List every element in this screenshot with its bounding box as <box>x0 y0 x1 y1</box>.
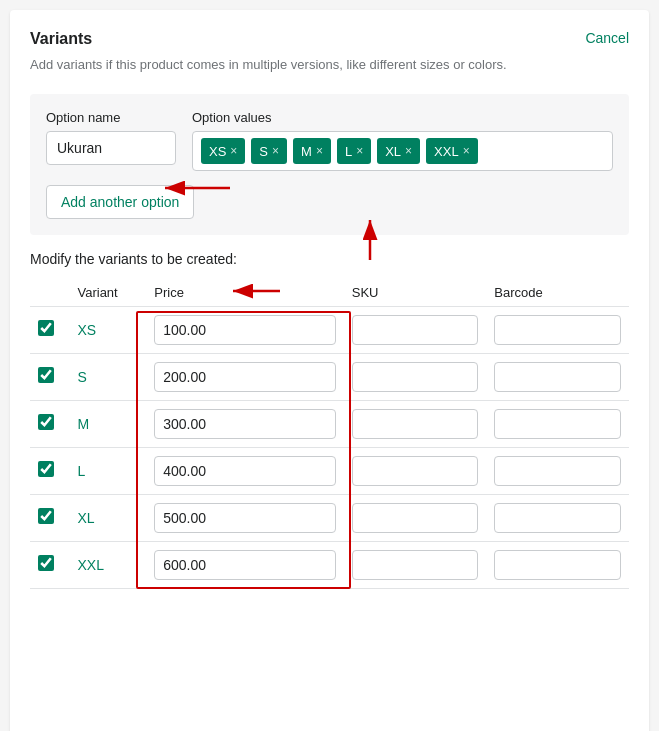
variants-section: Modify the variants to be created: Varia… <box>30 251 629 589</box>
tag-label-l: L <box>345 144 352 159</box>
row-variant-cell-3: L <box>69 448 146 495</box>
option-row: Option name Option values XS ×S ×M ×L ×X… <box>46 110 613 171</box>
add-another-option-button[interactable]: Add another option <box>46 185 194 219</box>
row-variant-name-5: XXL <box>77 557 103 573</box>
row-sku-cell-3 <box>344 448 487 495</box>
tag-remove-xs[interactable]: × <box>230 145 237 157</box>
tag-m[interactable]: M × <box>293 138 331 164</box>
row-barcode-input-1[interactable] <box>494 362 621 392</box>
tag-remove-xxl[interactable]: × <box>463 145 470 157</box>
row-check-cell-2 <box>30 401 69 448</box>
row-price-input-4[interactable] <box>154 503 335 533</box>
row-price-input-3[interactable] <box>154 456 335 486</box>
row-price-cell-5 <box>146 542 343 589</box>
panel-title: Variants <box>30 30 92 48</box>
row-price-cell-2 <box>146 401 343 448</box>
row-check-cell-0 <box>30 307 69 354</box>
row-sku-cell-2 <box>344 401 487 448</box>
row-sku-input-1[interactable] <box>352 362 479 392</box>
row-variant-name-3: L <box>77 463 85 479</box>
row-barcode-cell-4 <box>486 495 629 542</box>
option-name-col: Option name <box>46 110 176 165</box>
col-header-barcode: Barcode <box>486 279 629 307</box>
tag-label-s: S <box>259 144 268 159</box>
tag-label-xl: XL <box>385 144 401 159</box>
row-checkbox-5[interactable] <box>38 555 54 571</box>
tag-remove-m[interactable]: × <box>316 145 323 157</box>
option-form-section: Option name Option values XS ×S ×M ×L ×X… <box>30 94 629 235</box>
row-variant-name-4: XL <box>77 510 94 526</box>
option-values-col: Option values XS ×S ×M ×L ×XL ×XXL × <box>192 110 613 171</box>
row-checkbox-0[interactable] <box>38 320 54 336</box>
col-header-price: Price <box>146 279 343 307</box>
row-price-cell-0 <box>146 307 343 354</box>
tag-l[interactable]: L × <box>337 138 371 164</box>
row-price-input-1[interactable] <box>154 362 335 392</box>
row-checkbox-3[interactable] <box>38 461 54 477</box>
table-row: XXL <box>30 542 629 589</box>
tag-label-xs: XS <box>209 144 226 159</box>
tag-xl[interactable]: XL × <box>377 138 420 164</box>
row-barcode-cell-0 <box>486 307 629 354</box>
col-header-sku: SKU <box>344 279 487 307</box>
table-row: XS <box>30 307 629 354</box>
row-barcode-input-3[interactable] <box>494 456 621 486</box>
row-sku-input-2[interactable] <box>352 409 479 439</box>
row-barcode-input-0[interactable] <box>494 315 621 345</box>
row-check-cell-5 <box>30 542 69 589</box>
row-check-cell-3 <box>30 448 69 495</box>
row-price-input-5[interactable] <box>154 550 335 580</box>
table-row: L <box>30 448 629 495</box>
row-checkbox-2[interactable] <box>38 414 54 430</box>
row-barcode-cell-2 <box>486 401 629 448</box>
row-price-input-2[interactable] <box>154 409 335 439</box>
option-name-input[interactable] <box>46 131 176 165</box>
table-row: XL <box>30 495 629 542</box>
cancel-button[interactable]: Cancel <box>585 30 629 46</box>
row-barcode-input-5[interactable] <box>494 550 621 580</box>
tag-xs[interactable]: XS × <box>201 138 245 164</box>
row-price-cell-3 <box>146 448 343 495</box>
table-row: M <box>30 401 629 448</box>
row-checkbox-1[interactable] <box>38 367 54 383</box>
row-checkbox-4[interactable] <box>38 508 54 524</box>
option-name-label: Option name <box>46 110 176 125</box>
row-price-input-0[interactable] <box>154 315 335 345</box>
tags-container[interactable]: XS ×S ×M ×L ×XL ×XXL × <box>192 131 613 171</box>
row-variant-cell-4: XL <box>69 495 146 542</box>
row-sku-input-0[interactable] <box>352 315 479 345</box>
tag-s[interactable]: S × <box>251 138 287 164</box>
tag-label-m: M <box>301 144 312 159</box>
modify-label: Modify the variants to be created: <box>30 251 629 267</box>
row-variant-name-1: S <box>77 369 86 385</box>
row-barcode-cell-3 <box>486 448 629 495</box>
row-barcode-input-4[interactable] <box>494 503 621 533</box>
row-barcode-cell-5 <box>486 542 629 589</box>
table-header-row: Variant Price SKU Barcode <box>30 279 629 307</box>
row-variant-cell-5: XXL <box>69 542 146 589</box>
row-variant-name-0: XS <box>77 322 96 338</box>
row-sku-cell-1 <box>344 354 487 401</box>
row-variant-cell-2: M <box>69 401 146 448</box>
col-header-check <box>30 279 69 307</box>
tag-remove-s[interactable]: × <box>272 145 279 157</box>
row-sku-input-3[interactable] <box>352 456 479 486</box>
panel-description: Add variants if this product comes in mu… <box>30 56 629 74</box>
row-check-cell-1 <box>30 354 69 401</box>
row-variant-cell-1: S <box>69 354 146 401</box>
tag-remove-xl[interactable]: × <box>405 145 412 157</box>
option-values-label: Option values <box>192 110 613 125</box>
row-sku-cell-0 <box>344 307 487 354</box>
row-barcode-input-2[interactable] <box>494 409 621 439</box>
variants-panel: Variants Cancel Add variants if this pro… <box>10 10 649 731</box>
row-barcode-cell-1 <box>486 354 629 401</box>
col-header-variant: Variant <box>69 279 146 307</box>
table-row: S <box>30 354 629 401</box>
row-sku-input-4[interactable] <box>352 503 479 533</box>
row-check-cell-4 <box>30 495 69 542</box>
tag-remove-l[interactable]: × <box>356 145 363 157</box>
variants-table: Variant Price SKU Barcode XS <box>30 279 629 589</box>
row-sku-input-5[interactable] <box>352 550 479 580</box>
tag-xxl[interactable]: XXL × <box>426 138 478 164</box>
tag-label-xxl: XXL <box>434 144 459 159</box>
